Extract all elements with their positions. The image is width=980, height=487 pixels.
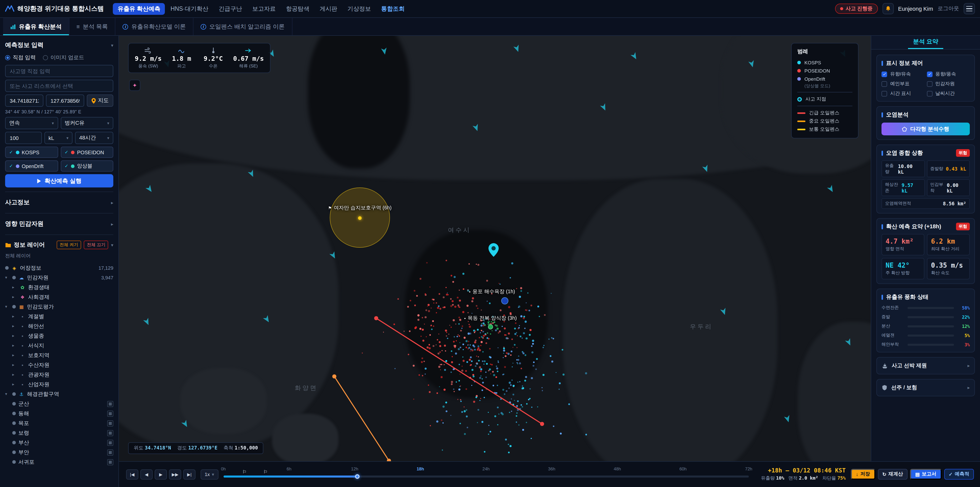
- accident-location-pin[interactable]: [488, 243, 499, 259]
- map-viewport[interactable]: 여수시 화양면 우두리 ⚑ 여자만 습지보호구역 (6h): [119, 36, 871, 461]
- nav-item[interactable]: 게시판: [315, 3, 342, 14]
- step-back[interactable]: ◀: [140, 469, 153, 479]
- fast-forward[interactable]: ▶▶: [169, 469, 181, 479]
- polygon-analysis-button[interactable]: 다각형 분석수행: [881, 123, 970, 135]
- layer-map-button[interactable]: [107, 439, 113, 445]
- oil-type-select[interactable]: 벙커C유 ▾: [60, 117, 113, 129]
- timeline-track[interactable]: ⚐ ⚐: [223, 475, 749, 477]
- skip-end[interactable]: ▶|: [183, 469, 196, 479]
- owner-insurance-section[interactable]: 선주 / 보험 ▸: [877, 379, 975, 396]
- layer-map-button[interactable]: [107, 430, 113, 436]
- layer-toggle-dot[interactable]: [12, 276, 16, 279]
- tab-item[interactable]: i 유출유 확산분석: [3, 18, 69, 35]
- skip-start[interactable]: |◀: [126, 469, 138, 479]
- spill-amount-input[interactable]: [5, 132, 42, 144]
- layer-tree-row[interactable]: 부산: [12, 438, 113, 447]
- action-button[interactable]: ↓ 저장: [851, 469, 875, 480]
- layer-map-button[interactable]: [107, 401, 113, 407]
- ship-spec-section[interactable]: 사고 선박 제원 ▸: [877, 357, 975, 374]
- layer-tree-row[interactable]: ▸ ▪ 계절별: [12, 311, 113, 321]
- tab-item[interactable]: ≡ i 분석 목록: [69, 18, 115, 35]
- hamburger-menu-button[interactable]: [964, 3, 975, 14]
- layer-tree-row[interactable]: ▸ ▪ 산업자원: [12, 380, 113, 389]
- layer-toggle-dot[interactable]: [12, 450, 16, 454]
- layer-map-button[interactable]: [107, 449, 113, 455]
- layer-tree-row[interactable]: ▸ ▪ 수산자원: [12, 360, 113, 370]
- nav-item[interactable]: HNS·대기확산: [166, 3, 213, 14]
- marker-dot[interactable]: [488, 324, 493, 329]
- layer-tree-row[interactable]: ▸ ✿ 환경생태: [12, 283, 113, 292]
- radio-image-upload[interactable]: 이미지 업로드: [43, 54, 84, 61]
- nav-item[interactable]: 유출유 확산예측: [113, 3, 165, 14]
- nav-item[interactable]: 보고자료: [248, 3, 280, 14]
- model-chip[interactable]: ✓ POSEIDON: [60, 147, 113, 158]
- layer-tree-row[interactable]: ▸ ▪ 생물종: [12, 331, 113, 341]
- nav-item[interactable]: 긴급구난: [214, 3, 247, 14]
- layer-toggle-dot[interactable]: [12, 460, 16, 464]
- layer-tree-row[interactable]: ◈ 어장정보 17,129: [5, 263, 113, 273]
- layers-all-off-button[interactable]: 전체 끄기: [84, 241, 108, 249]
- notifications-button[interactable]: [882, 3, 894, 14]
- model-chip[interactable]: ✓ KOSPS: [5, 147, 58, 158]
- layer-toggle-dot[interactable]: [12, 402, 16, 406]
- model-chip[interactable]: ✓ OpenDrift: [5, 160, 58, 172]
- layer-tree-row[interactable]: 서귀포: [12, 457, 113, 467]
- nav-item[interactable]: 통합조회: [377, 3, 409, 14]
- tab-item[interactable]: i 유출유확산모델 이론: [116, 18, 193, 35]
- layer-tree-row[interactable]: ▾ ☁ 민감자원 3,947: [5, 273, 113, 283]
- layer-tree-row[interactable]: ▸ ▪ 보호지역: [12, 350, 113, 360]
- layer-toggle-dot[interactable]: [12, 441, 16, 444]
- layer-tree-row[interactable]: 부안: [12, 447, 113, 457]
- layer-toggle-dot[interactable]: [12, 392, 16, 396]
- model-chip[interactable]: ✓ 앙상블: [60, 160, 113, 172]
- layer-tree-row[interactable]: ▾ ⚓ 해경관할구역: [5, 389, 113, 399]
- layer-tree-row[interactable]: ▸ ▪ 관광자원: [12, 370, 113, 380]
- unit-select[interactable]: kL ▾: [45, 132, 73, 144]
- nav-item[interactable]: 기상정보: [343, 3, 375, 14]
- layer-tree-row[interactable]: 군산: [12, 399, 113, 409]
- layers-all-on-button[interactable]: 전체 켜기: [56, 241, 81, 249]
- impact-resources-section[interactable]: 영향 민감자원 ▸: [5, 217, 113, 230]
- duration-select[interactable]: 48시간 ▾: [75, 132, 113, 144]
- layer-tree-row[interactable]: ▸ ▪ 해안선: [12, 321, 113, 331]
- display-checkbox[interactable]: ✓ 유향/유속: [881, 71, 924, 78]
- logout-button[interactable]: 로그아웃: [938, 5, 959, 12]
- display-checkbox[interactable]: ✓ 날씨시간: [927, 90, 970, 97]
- layer-tree-row[interactable]: ▸ ❖ 사회경제: [12, 292, 113, 302]
- layer-tree-row[interactable]: 목포: [12, 418, 113, 428]
- pick-on-map-button[interactable]: 지도: [87, 94, 113, 107]
- radio-direct-input[interactable]: 직접 입력: [5, 54, 36, 61]
- accident-info-section[interactable]: 사고정보 ▸: [5, 196, 113, 209]
- nav-item[interactable]: 항공탐색: [282, 3, 314, 14]
- action-button[interactable]: ✓ 예측적: [944, 469, 974, 480]
- action-button[interactable]: ▤ 보고서: [910, 469, 942, 480]
- layer-tree-row[interactable]: 보령: [12, 428, 113, 438]
- layer-toggle-dot[interactable]: [5, 266, 9, 270]
- layer-map-button[interactable]: [107, 410, 113, 417]
- playback-speed-select[interactable]: 1x ▾: [200, 469, 218, 479]
- layer-tree-row[interactable]: 동해: [12, 409, 113, 418]
- layer-map-button[interactable]: [107, 459, 113, 465]
- draw-tool-button[interactable]: ✦: [129, 80, 140, 91]
- spill-type-select[interactable]: 연속 ▾: [5, 117, 58, 129]
- display-checkbox[interactable]: ✓ 예인부표: [881, 81, 924, 87]
- layer-toggle-dot[interactable]: [12, 305, 16, 308]
- accident-name-input[interactable]: [5, 65, 113, 77]
- marker-dot[interactable]: [501, 297, 508, 304]
- layer-tree-row[interactable]: ▸ ▪ 서식지: [12, 341, 113, 350]
- layer-toggle-dot[interactable]: [12, 422, 16, 425]
- tab-item[interactable]: i 오일펜스 배치 알고리즘 이론: [193, 18, 292, 35]
- layer-tree-row[interactable]: ▾ ▦ 민감도평가: [5, 302, 113, 311]
- display-checkbox[interactable]: ✓ 시간 표시: [881, 90, 924, 97]
- display-checkbox[interactable]: ✓ 풍향/풍속: [927, 71, 970, 78]
- layer-toggle-dot[interactable]: [12, 412, 16, 415]
- predict-input-header[interactable]: 예측정보 입력 ▾: [5, 40, 113, 51]
- accident-list-input[interactable]: [5, 80, 113, 92]
- summary-tab-header[interactable]: 분석 요약: [871, 36, 980, 49]
- layer-toggle-dot[interactable]: [12, 431, 16, 435]
- latitude-input[interactable]: [5, 94, 43, 107]
- layer-map-button[interactable]: [107, 420, 113, 426]
- action-button[interactable]: ↻ 재계산: [878, 469, 907, 480]
- play[interactable]: ▶: [155, 469, 167, 479]
- longitude-input[interactable]: [46, 94, 84, 107]
